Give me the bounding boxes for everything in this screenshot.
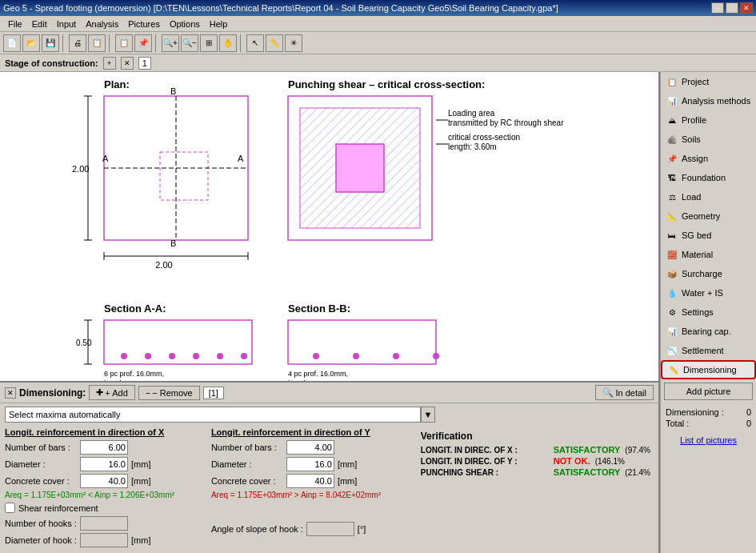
num-bars-x-input[interactable] — [80, 440, 128, 455]
material-icon: 🧱 — [666, 248, 678, 261]
toolbar-sep3 — [155, 34, 158, 52]
toolbar-cursor[interactable]: ↖ — [246, 34, 264, 52]
add-icon: ✚ — [96, 387, 103, 398]
sidebar-item-project[interactable]: 📋 Project — [661, 72, 756, 91]
cover-y-unit: [mm] — [338, 476, 362, 486]
water-icon: 💧 — [666, 287, 678, 299]
stage-remove-btn[interactable]: ✕ — [121, 57, 134, 70]
field-diameter-x: Diameter : [mm] — [5, 457, 206, 471]
sidebar-project-label: Project — [682, 77, 709, 86]
verif-longit-y-value: (146.1% — [595, 457, 625, 466]
toolbar-print2[interactable]: 📋 — [88, 34, 106, 52]
num-bars-y-input[interactable] — [286, 440, 334, 455]
diam-hook-unit: [mm] — [131, 535, 155, 545]
sidebar-item-water[interactable]: 💧 Water + IS — [661, 283, 756, 303]
plan-label-a1: A — [102, 154, 109, 163]
profile-icon: ⛰ — [666, 114, 678, 126]
main-drawing-svg: Plan: 2.00 2.00 A — [0, 72, 656, 408]
maxima-select[interactable] — [5, 407, 421, 423]
section-bb-title: Section B-B: — [288, 303, 350, 315]
sidebar-item-bearing-cap[interactable]: 📊 Bearing cap. — [661, 322, 756, 341]
stage-add-btn[interactable]: + — [103, 57, 116, 70]
menu-input[interactable]: Input — [52, 18, 81, 30]
sidebar-item-foundation[interactable]: 🏗 Foundation — [661, 168, 756, 187]
toolbar-zoom-out[interactable]: 🔍− — [181, 34, 198, 52]
toolbar-copy[interactable]: 📋 — [115, 34, 133, 52]
plan-label-b1: B — [170, 86, 176, 96]
sidebar-analysis-methods-label: Analysis methods — [682, 96, 750, 106]
sidebar-load-label: Load — [682, 192, 701, 202]
sidebar-item-geometry[interactable]: 📐 Geometry — [661, 206, 756, 226]
close-button[interactable]: ✕ — [740, 2, 753, 14]
rebar-bb-4 — [433, 353, 439, 359]
menu-help[interactable]: Help — [205, 18, 233, 30]
num-bars-x-label: Number of bars : — [5, 443, 77, 452]
sidebar-item-material[interactable]: 🧱 Material — [661, 245, 756, 264]
detail-label: In detail — [615, 388, 646, 398]
slope-angle-input[interactable] — [306, 522, 354, 536]
bottom-close-btn[interactable]: ✕ — [5, 387, 16, 399]
list-pictures-link[interactable]: List of pictures — [661, 432, 756, 448]
sidebar-item-sg-bed[interactable]: 🛏 SG bed — [661, 226, 756, 245]
sidebar-item-surcharge[interactable]: 📦 Surcharge — [661, 264, 756, 283]
num-hooks-input[interactable] — [80, 516, 128, 531]
toolbar-new[interactable]: 📄 — [3, 34, 21, 52]
in-detail-button[interactable]: 🔍 In detail — [595, 385, 654, 400]
sidebar-item-settlement[interactable]: 📉 Settlement — [661, 341, 756, 360]
title-text: Geo 5 - Spread footing (demoversion) [D:… — [3, 3, 711, 13]
window-controls: − □ ✕ — [711, 2, 753, 14]
col-y: Longit. reinforcement in direction of Y … — [211, 427, 413, 550]
toolbar-save[interactable]: 💾 — [42, 34, 59, 52]
sidebar-item-load[interactable]: ⚖ Load — [661, 187, 756, 206]
select-row: ▼ — [5, 407, 654, 423]
main-area: Plan: 2.00 2.00 A — [0, 72, 756, 553]
toolbar-zoom-in[interactable]: 🔍+ — [162, 34, 179, 52]
drawing-area: Plan: 2.00 2.00 A — [0, 72, 660, 553]
sidebar-item-soils[interactable]: 🪨 Soils — [661, 130, 756, 149]
toolbar-print[interactable]: 🖨 — [69, 34, 86, 52]
sidebar-item-settings[interactable]: ⚙ Settings — [661, 303, 756, 322]
sidebar-item-dimensioning[interactable]: 📏 Dimensioning — [661, 360, 756, 379]
menu-options[interactable]: Options — [165, 18, 205, 30]
select-arrow[interactable]: ▼ — [421, 407, 435, 423]
sidebar-item-analysis-methods[interactable]: 📊 Analysis methods — [661, 91, 756, 110]
toolbar-star[interactable]: ✳ — [285, 34, 302, 52]
field-diam-hook: Diameter of hook : [mm] — [5, 533, 206, 547]
menu-analysis[interactable]: Analysis — [81, 18, 123, 30]
sidebar-profile-label: Profile — [682, 115, 706, 125]
diam-hook-input[interactable] — [80, 533, 128, 547]
loading-area-label: Loading area — [448, 109, 495, 118]
shear-checkbox[interactable] — [5, 503, 15, 513]
toolbar-paste[interactable]: 📌 — [134, 34, 152, 52]
remove-button[interactable]: − − Remove — [138, 386, 200, 400]
sidebar-surcharge-label: Surcharge — [682, 269, 722, 279]
diameter-y-input[interactable] — [286, 457, 334, 471]
dimensioning-stat-label: Dimensioning : — [666, 407, 724, 417]
diameter-x-input[interactable] — [80, 457, 128, 471]
analysis-methods-icon: 📊 — [666, 94, 678, 107]
cover-x-input[interactable] — [80, 474, 128, 488]
toolbar-fit[interactable]: ⊞ — [200, 34, 218, 52]
toolbar-measure[interactable]: 📏 — [266, 34, 283, 52]
add-button[interactable]: ✚ + Add — [89, 385, 134, 400]
menu-pictures[interactable]: Pictures — [123, 18, 165, 30]
punching-column-rect — [336, 144, 384, 192]
sidebar-item-assign[interactable]: 📌 Assign — [661, 149, 756, 168]
title-bar: Geo 5 - Spread footing (demoversion) [D:… — [0, 0, 756, 16]
verif-longit-x-status: SATISFACTORY — [554, 445, 621, 455]
cover-y-input[interactable] — [286, 474, 334, 488]
total-stat-row: Total : 0 — [666, 418, 751, 429]
sidebar-item-profile[interactable]: ⛰ Profile — [661, 110, 756, 130]
plan-label-a2: A — [238, 154, 244, 163]
toolbar-open[interactable]: 📂 — [22, 34, 40, 52]
minimize-button[interactable]: − — [711, 2, 724, 14]
add-picture-button[interactable]: Add picture — [664, 383, 753, 400]
maximize-button[interactable]: □ — [726, 2, 738, 14]
total-stat-label: Total : — [666, 419, 689, 428]
toolbar-pan[interactable]: ✋ — [219, 34, 237, 52]
menu-edit[interactable]: Edit — [27, 18, 52, 30]
rebar-bb-3 — [393, 353, 399, 359]
menu-file[interactable]: File — [3, 18, 27, 30]
bottom-panel-content: ▼ Longit. reinforcement in direction of … — [0, 403, 658, 553]
verif-longit-y-label: LONGIT. IN DIREC. OF Y : — [421, 457, 549, 466]
